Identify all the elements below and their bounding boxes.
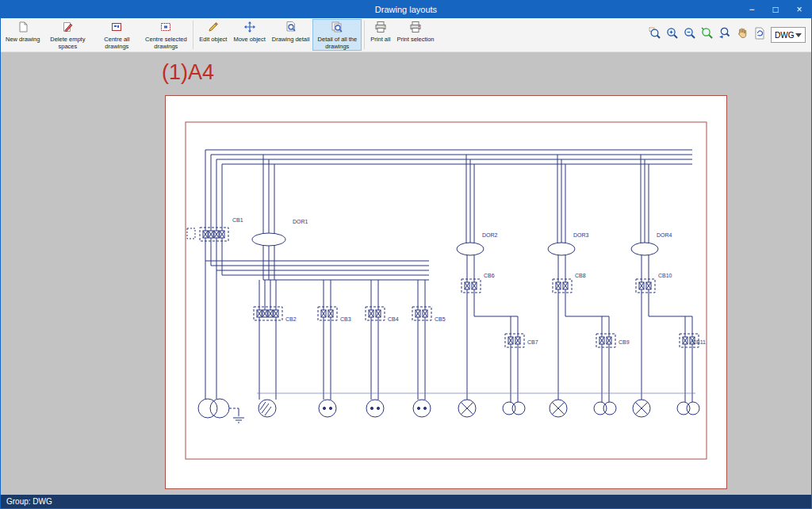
zoom-previous-button[interactable] (716, 27, 733, 44)
maximize-button[interactable]: □ (764, 1, 787, 18)
delete-empty-spaces-button[interactable]: Delete empty spaces (43, 19, 92, 51)
print-selection-button[interactable]: Print selection (393, 19, 437, 51)
component-label: CB10 (658, 273, 672, 278)
component-label: DOR4 (657, 232, 672, 238)
maximize-icon: □ (772, 4, 778, 15)
window-controls: − □ × (740, 1, 811, 18)
new-drawing-button[interactable]: New drawing (2, 19, 43, 51)
component-label: CB3 (340, 316, 351, 322)
component-label: CB5 (435, 316, 446, 322)
component-label: CB8 (575, 273, 586, 278)
zoom-window-button[interactable] (646, 27, 663, 44)
zoom-previous-icon (718, 26, 732, 44)
zoom-extents-icon (700, 26, 714, 44)
regen-button[interactable] (751, 27, 768, 44)
zoom-window-icon (648, 26, 662, 44)
component-label: CB11 (692, 339, 706, 345)
drawing-detail-icon (285, 21, 297, 36)
drawing-detail-button[interactable]: Drawing detail (269, 19, 313, 51)
sheet-label: (1)A4 (162, 60, 214, 85)
detail-of-all-drawings-icon (331, 21, 343, 36)
window-title: Drawing layouts (1, 5, 811, 14)
close-icon: × (796, 4, 802, 15)
component-label: DOR2 (482, 232, 498, 238)
format-select[interactable]: DWG (771, 27, 806, 43)
pan-hand-icon (735, 26, 749, 44)
component-label: CB7 (527, 339, 538, 345)
drawing-sheet[interactable]: CB1 DOR1 CB2 CB3 CB4 CB5 DOR2 CB6 CB7 DO… (166, 96, 726, 488)
app-window: Drawing layouts − □ × New drawing Delete… (0, 0, 812, 509)
component-label: CB4 (388, 316, 399, 322)
zoom-out-button[interactable] (681, 27, 698, 44)
button-label: Centre selected drawings (144, 36, 187, 50)
detail-of-all-drawings-button[interactable]: Detail of all the drawings (312, 19, 362, 51)
format-select-value: DWG (775, 31, 794, 40)
centre-all-drawings-icon (110, 21, 123, 36)
button-label: Drawing detail (272, 36, 310, 44)
view-tools: DWG (646, 19, 810, 51)
button-label: Print selection (396, 36, 434, 44)
move-object-icon (243, 21, 256, 36)
print-all-button[interactable]: Print all (367, 19, 393, 51)
component-label: CB1 (232, 217, 243, 223)
centre-all-drawings-button[interactable]: Centre all drawings (92, 19, 141, 51)
button-label: Centre all drawings (95, 36, 138, 50)
centre-selected-drawings-button[interactable]: Centre selected drawings (141, 19, 190, 51)
new-drawing-icon (17, 21, 29, 36)
component-label: CB6 (484, 273, 495, 278)
component-label: DOR1 (293, 219, 308, 224)
schematic-drawing: CB1 DOR1 CB2 CB3 CB4 CB5 DOR2 CB6 CB7 DO… (166, 96, 726, 488)
zoom-out-icon (683, 26, 697, 44)
edit-object-button[interactable]: Edit object (196, 19, 230, 51)
button-label: Print all (370, 36, 390, 44)
button-label: Delete empty spaces (46, 36, 89, 50)
delete-empty-spaces-icon (61, 21, 74, 36)
sheet-inner-frame (186, 122, 707, 459)
edit-object-icon (207, 21, 220, 36)
titlebar: Drawing layouts − □ × (1, 1, 811, 18)
centre-selected-drawings-icon (159, 21, 172, 36)
toolbar: New drawing Delete empty spaces Centre a… (1, 18, 811, 52)
button-label: Edit object (199, 36, 227, 44)
print-selection-icon (409, 21, 422, 36)
statusbar: Group: DWG (1, 495, 811, 508)
minimize-button[interactable]: − (740, 1, 764, 18)
pan-button[interactable] (733, 27, 750, 44)
regen-icon (753, 26, 767, 44)
statusbar-group-text: Group: DWG (6, 497, 52, 506)
zoom-in-button[interactable] (664, 27, 680, 44)
minimize-icon: − (749, 4, 754, 15)
button-label: Move object (233, 36, 265, 44)
schematic-lines (187, 150, 699, 423)
component-label: CB2 (285, 316, 297, 322)
button-label: Detail of all the drawings (316, 36, 358, 50)
print-all-icon (374, 21, 387, 36)
drawing-canvas[interactable]: (1)A4 (1, 52, 811, 495)
close-button[interactable]: × (787, 1, 811, 18)
zoom-extents-button[interactable] (699, 27, 715, 44)
button-label: New drawing (6, 36, 40, 44)
zoom-in-icon (665, 26, 680, 44)
toolbar-separator (193, 21, 193, 49)
schematic-labels: CB1 DOR1 CB2 CB3 CB4 CB5 DOR2 CB6 CB7 DO… (232, 217, 706, 345)
toolbar-separator (364, 21, 365, 49)
dropdown-arrow-icon (795, 33, 802, 37)
component-label: CB9 (619, 339, 630, 345)
move-object-button[interactable]: Move object (230, 19, 268, 51)
component-label: DOR3 (573, 232, 589, 238)
